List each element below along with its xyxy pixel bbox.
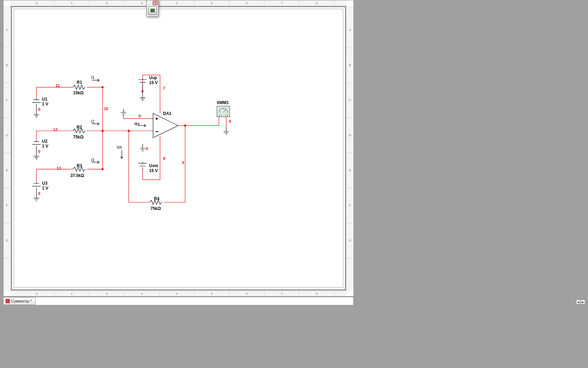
- ruler-col-6: 6: [229, 0, 265, 6]
- ruler-col-b6: 6: [229, 291, 265, 296]
- ruler-row-Cr: C: [346, 83, 354, 118]
- ruler-row-Dr: D: [346, 118, 354, 153]
- ruler-col-0: 0: [19, 0, 55, 6]
- opamp-da1: + −: [153, 113, 178, 138]
- svg-point-1: [128, 130, 130, 132]
- document-tab[interactable]: Сумматор *: [3, 297, 36, 305]
- source-u2: [32, 140, 41, 152]
- instrument-xmm1[interactable]: [217, 106, 230, 117]
- resistor-r4: [149, 200, 162, 204]
- ruler-row-Er: E: [346, 153, 354, 188]
- toolbar-simulate-button[interactable]: [148, 6, 157, 15]
- svg-point-2: [184, 124, 186, 127]
- ruler-col-2: 2: [89, 0, 125, 6]
- ruler-row-Ar: A: [346, 13, 354, 48]
- resistor-r3: [73, 167, 85, 171]
- tab-scroll-right[interactable]: ►: [581, 300, 585, 305]
- floating-toolbar[interactable]: ×: [146, 0, 159, 17]
- tab-scroll-left[interactable]: ◄: [576, 300, 581, 305]
- svg-point-3: [102, 86, 104, 88]
- svg-text:−: −: [155, 129, 158, 134]
- arrow-ivx: [138, 124, 146, 127]
- arrow-i2: [92, 122, 99, 125]
- source-u3: [32, 182, 41, 194]
- ruler-col-b4: 4: [159, 291, 195, 296]
- xmm1-term-minus[interactable]: [225, 115, 228, 117]
- ruler-col-8: 8: [299, 0, 335, 6]
- svg-point-0: [102, 130, 104, 132]
- ruler-col-7: 7: [264, 0, 300, 6]
- arrow-i1: [92, 79, 99, 82]
- svg-line-7: [223, 109, 226, 113]
- empty-area-lower: [3, 304, 588, 368]
- ruler-row-Fr: F: [346, 188, 354, 223]
- ruler-row-Gr: G: [346, 223, 354, 258]
- ruler-col-b7: 7: [264, 291, 300, 296]
- ruler-col-b1: 1: [54, 291, 90, 296]
- ruler-row-C: C: [4, 83, 10, 118]
- ruler-top: 0 1 2 3 4 5 6 7 8: [10, 0, 346, 6]
- ruler-row-E: E: [4, 153, 10, 188]
- ruler-row-D: D: [4, 118, 10, 153]
- xmm1-term-plus[interactable]: [219, 115, 222, 117]
- source-u1: [32, 98, 41, 110]
- document-tab-label: Сумматор *: [11, 299, 32, 303]
- ruler-bottom: 0 1 2 3 4 5 6 7 8: [10, 291, 346, 296]
- ruler-col-b0: 0: [19, 291, 55, 296]
- ruler-row-F: F: [4, 188, 10, 223]
- ruler-row-B: B: [4, 48, 10, 83]
- svg-point-4: [102, 168, 104, 170]
- empty-area-right: [354, 0, 588, 297]
- resistor-r1: [73, 85, 85, 89]
- arrow-ioc: [120, 150, 123, 158]
- ruler-col-4: 4: [159, 0, 195, 6]
- ruler-row-Br: B: [346, 48, 354, 83]
- document-tab-bar: Сумматор *: [3, 297, 353, 305]
- svg-text:+: +: [155, 116, 158, 121]
- tab-scroll-arrows: ◄ ►: [576, 300, 585, 305]
- ruler-col-b3: 3: [124, 291, 160, 296]
- source-uvm: [139, 162, 147, 169]
- schematic-canvas[interactable]: 0 1 2 3 4 5 6 7 8 0 1 2 3 4 5 6 7 8 A B …: [3, 0, 354, 297]
- document-icon: [6, 299, 10, 303]
- schematic-svg: + −: [12, 7, 345, 289]
- ruler-row-G: G: [4, 223, 10, 258]
- drawing-sheet[interactable]: + −: [11, 6, 346, 290]
- toolbar-close-button[interactable]: ×: [153, 1, 158, 5]
- app-root: 0 1 2 3 4 5 6 7 8 0 1 2 3 4 5 6 7 8 A B …: [0, 0, 588, 368]
- arrow-i3: [92, 161, 99, 164]
- ruler-right: A B C D E F G: [346, 6, 354, 291]
- resistor-r2: [73, 129, 85, 133]
- ruler-col-b2: 2: [89, 291, 125, 296]
- ruler-col-1: 1: [54, 0, 90, 6]
- ground-icon: [34, 110, 39, 117]
- ruler-left: A B C D E F G: [4, 6, 11, 291]
- ruler-col-b5: 5: [194, 291, 230, 296]
- ruler-col-b8: 8: [299, 291, 335, 296]
- ruler-row-A: A: [4, 13, 10, 48]
- ruler-col-5: 5: [194, 0, 230, 6]
